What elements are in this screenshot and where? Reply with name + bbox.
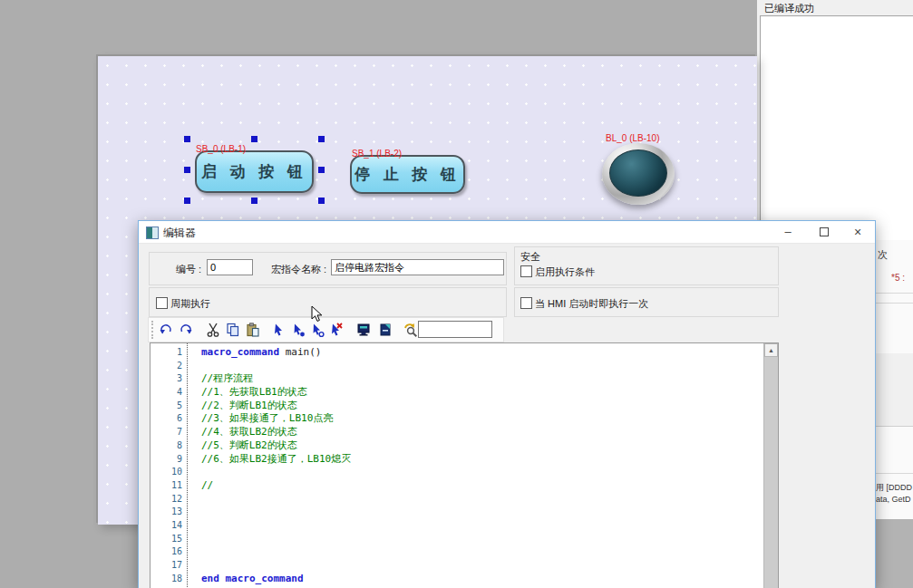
toolbar-search-input[interactable] (418, 321, 492, 338)
window-title: 编辑器 (163, 226, 196, 241)
stop-button-tag: SB_1 (LB-2) (352, 149, 402, 159)
line-number: 5 (151, 400, 187, 413)
run-once-checkbox[interactable] (520, 297, 532, 309)
periodic-groupbox: 周期执行 (149, 287, 507, 317)
line-number: 17 (151, 559, 187, 573)
code-line[interactable]: //1、先获取LB1的状态 (189, 386, 763, 400)
import-icon[interactable] (377, 322, 393, 338)
title-bar[interactable]: 编辑器 – × (139, 221, 875, 244)
debug-stop-icon[interactable] (327, 322, 344, 338)
periodic-checkbox[interactable] (156, 297, 168, 309)
truncated-text: 用 [DDDD (876, 482, 913, 494)
line-number: 2 (151, 360, 187, 373)
start-button-tag: SB_0 (LB-1) (196, 144, 246, 154)
selection-handle[interactable] (318, 167, 325, 173)
truncated-text: *5 : (891, 273, 905, 283)
window-icon (146, 227, 159, 239)
compile-icon[interactable] (355, 322, 372, 338)
maximize-button[interactable] (810, 221, 839, 243)
line-number: 11 (151, 479, 187, 493)
selection-handle[interactable] (184, 198, 190, 204)
line-number: 12 (151, 493, 187, 506)
code-line[interactable] (189, 493, 763, 506)
step-into-icon[interactable] (290, 322, 306, 338)
background-dialog-footer (876, 519, 913, 588)
code-line[interactable]: //4、获取LB2的状态 (189, 426, 763, 439)
code-line[interactable] (189, 545, 763, 559)
paste-icon[interactable] (245, 322, 261, 338)
code-lines[interactable]: macro_command main() //程序流程//1、先获取LB1的状态… (189, 346, 763, 585)
code-line[interactable]: macro_command main() (189, 346, 763, 360)
compile-message-listbox[interactable] (760, 15, 913, 242)
divider (876, 303, 913, 304)
stop-button-widget[interactable]: 停 止 按 钮 (350, 155, 465, 194)
selection-handle[interactable] (251, 198, 257, 204)
run-once-groupbox: 当 HMI 启动时即执行一次 (514, 287, 779, 317)
line-number: 7 (151, 426, 187, 439)
security-groupbox: 安全 启用执行条件 (514, 246, 779, 285)
start-button-widget[interactable]: 启 动 按 钮 (195, 150, 314, 193)
macro-id-input[interactable] (207, 259, 253, 275)
copy-icon[interactable] (225, 322, 241, 338)
code-line[interactable] (189, 506, 763, 519)
stop-button-label: 停 止 按 钮 (355, 164, 461, 185)
close-button[interactable]: × (843, 221, 872, 243)
line-number: 6 (151, 412, 187, 426)
compile-status-label: 已编译成功 (764, 2, 814, 15)
selection-handle[interactable] (184, 136, 190, 142)
code-line[interactable] (189, 466, 763, 479)
minimize-button[interactable]: – (773, 221, 802, 243)
debug-pointer-icon[interactable] (270, 322, 287, 338)
line-number: 3 (151, 372, 187, 386)
code-line[interactable] (189, 533, 763, 546)
step-over-icon[interactable] (309, 322, 325, 338)
macro-name-input[interactable] (331, 259, 504, 275)
line-number: 10 (151, 466, 187, 479)
selection-handle[interactable] (318, 198, 325, 204)
line-number: 13 (151, 506, 187, 519)
truncated-text: ata, GetD (876, 495, 913, 504)
selection-handle[interactable] (251, 136, 257, 142)
line-number: 1 (151, 346, 187, 360)
code-line[interactable]: //6、如果LB2接通了，LB10熄灭 (189, 453, 763, 467)
code-line[interactable]: // (189, 479, 763, 493)
macro-name-label: 宏指令名称 : (271, 263, 326, 276)
macro-id-label: 编号 : (176, 263, 201, 276)
code-line[interactable] (189, 519, 763, 533)
line-number: 8 (151, 439, 187, 453)
code-line[interactable]: //程序流程 (189, 372, 763, 386)
lamp-lens (609, 149, 667, 197)
mouse-cursor (311, 305, 324, 323)
divider (876, 293, 913, 294)
find-replace-icon[interactable] (403, 322, 419, 338)
code-line[interactable]: //3、如果接通了，LB10点亮 (189, 412, 763, 426)
selection-handle[interactable] (184, 167, 190, 173)
security-label: 安全 (520, 250, 540, 264)
cut-icon[interactable] (205, 322, 221, 338)
redo-icon[interactable] (178, 322, 194, 338)
macro-id-groupbox: 编号 : 宏指令名称 : (149, 252, 507, 285)
line-number: 4 (151, 386, 187, 400)
code-line[interactable]: //2、判断LB1的状态 (189, 400, 763, 413)
run-once-label: 当 HMI 启动时即执行一次 (535, 297, 648, 311)
macro-code-editor[interactable]: 123456789101112131415161718 macro_comman… (150, 342, 779, 588)
start-button-label: 启 动 按 钮 (201, 161, 307, 182)
line-number: 15 (151, 533, 187, 546)
enable-condition-checkbox[interactable] (520, 265, 532, 277)
selection-handle[interactable] (318, 136, 325, 142)
code-line[interactable]: end macro_command (189, 573, 763, 586)
vertical-scrollbar[interactable]: ▲ (763, 343, 778, 588)
periodic-label: 周期执行 (170, 297, 210, 311)
scroll-up-icon[interactable]: ▲ (764, 343, 778, 357)
indicator-lamp-widget[interactable] (602, 143, 675, 205)
toolbar-grip (151, 321, 153, 339)
macro-editor-window: 编辑器 – × 编号 : 宏指令名称 : 安全 启用执行条件 周期执行 当 HM… (138, 220, 876, 588)
lamp-tag: BL_0 (LB-10) (606, 133, 659, 143)
code-line[interactable] (189, 360, 763, 373)
line-number: 18 (151, 573, 187, 586)
line-number: 9 (151, 453, 187, 467)
truncated-text: 次 (878, 248, 888, 262)
code-line[interactable]: //5、判断LB2的状态 (189, 439, 763, 453)
code-line[interactable] (189, 559, 763, 573)
undo-icon[interactable] (158, 322, 174, 338)
